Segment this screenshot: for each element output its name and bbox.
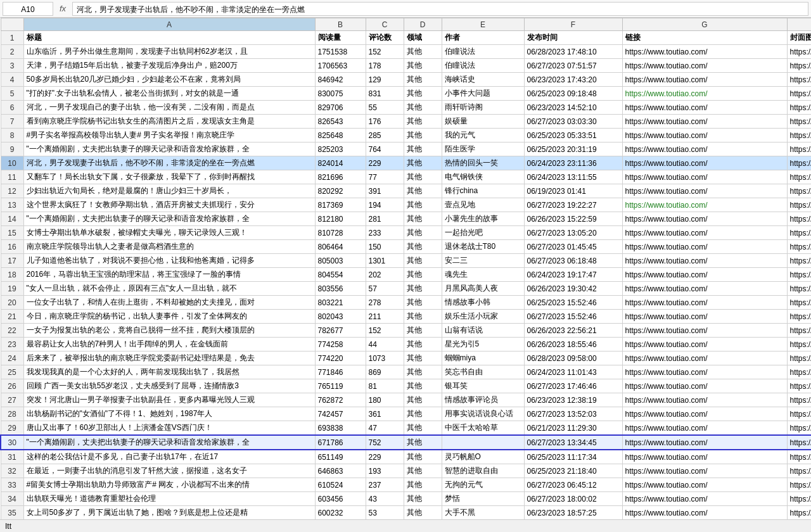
cell-9-6[interactable]: https://www.toutiao.com/ — [622, 142, 787, 156]
cell-34-6[interactable]: https://www.toutiao.com/ — [622, 492, 787, 506]
cell-17-5[interactable]: 06/27/2023 06:18:48 — [524, 254, 622, 268]
cell-6-4[interactable]: 雨轩听诗阁 — [442, 101, 524, 115]
cell-27-5[interactable]: 06/23/2023 12:38:19 — [524, 393, 622, 407]
cell-25-2[interactable]: 869 — [366, 365, 404, 379]
cell-2-5[interactable]: 06/28/2023 17:48:10 — [524, 45, 622, 59]
cell-33-7[interactable]: https://p3.to — [787, 478, 811, 492]
cell-35-0[interactable]: 女上司50多岁了，男下属近出轨了她，图啥？到底是想上位还是精 — [23, 506, 315, 520]
cell-29-2[interactable]: 47 — [366, 421, 404, 436]
table-row[interactable]: 15女博士孕期出轨单水破裂，被绿帽丈夫曝光，聊天记录毁人三观！810728233… — [1, 226, 811, 240]
cell-32-5[interactable]: 06/25/2023 21:18:40 — [524, 464, 622, 478]
cell-4-0[interactable]: 50多岁局长出轨20几岁已婚少妇，少妇趁老公不在家，竟将刘局 — [23, 73, 315, 87]
cell-25-7[interactable]: https://p3.to — [787, 365, 811, 379]
cell-14-4[interactable]: 小薯先生的故事 — [442, 212, 524, 226]
col-header-d[interactable]: D — [404, 18, 442, 31]
table-row[interactable]: 3天津，男子结婚15年后出轨，被妻子发现后净身出户，赔200万170656317… — [1, 59, 811, 73]
cell-21-5[interactable]: 06/27/2023 15:52:46 — [524, 310, 622, 324]
table-row[interactable]: 11又翻车了！局长出轨女下属，女子很豪放，我晕下了，你到时再醒找82169677… — [1, 170, 811, 184]
cell-4-6[interactable]: https://www.toutiao.com/ — [622, 73, 787, 87]
cell-6-6[interactable]: https://www.toutiao.com/ — [622, 101, 787, 115]
cell-8-6[interactable]: https://www.toutiao.com/ — [622, 129, 787, 142]
cell-15-7[interactable]: https://p3.to — [787, 226, 811, 240]
cell-11-4[interactable]: 电气钢铁侠 — [442, 170, 524, 184]
cell-17-7[interactable]: https://p3.to — [787, 254, 811, 268]
cell-10-1[interactable]: 824014 — [315, 156, 366, 170]
cell-24-6[interactable]: https://www.toutiao.com/ — [622, 352, 787, 365]
cell-22-1[interactable]: 782677 — [315, 324, 366, 338]
cell-32-4[interactable]: 智慧的进取自由 — [442, 464, 524, 478]
cell-9-0[interactable]: "一个离婚闹剧，丈夫把出轨妻子的聊天记录和语音发给家族群，全 — [23, 142, 315, 156]
col-header-h[interactable]: H — [787, 18, 811, 31]
table-row[interactable]: 19"女人一旦出轨，就不会停止，原因有三点"女人一旦出轨，就不80355657其… — [1, 282, 811, 296]
cell-35-2[interactable]: 53 — [366, 506, 404, 520]
cell-4-3[interactable]: 其他 — [404, 73, 442, 87]
cell-9-3[interactable]: 其他 — [404, 142, 442, 156]
cell-3-3[interactable]: 其他 — [404, 59, 442, 73]
cell-15-6[interactable]: https://www.toutiao.com/ — [622, 226, 787, 240]
cell-22-0[interactable]: 一女子为报复出轨的老公，竟将自己脱得一丝不挂，爬到大楼顶层的 — [23, 324, 315, 338]
cell-4-1[interactable]: 846942 — [315, 73, 366, 87]
cell-30-7[interactable]: https://p3.to — [787, 435, 811, 450]
cell-4-7[interactable]: https://p3.to — [787, 73, 811, 87]
cell-26-7[interactable]: https://p3.to — [787, 379, 811, 393]
table-row[interactable]: 7看到南京晓庄学院杨书记出轨女生的高清图片之后，发现该女主角是826543176… — [1, 115, 811, 129]
cell-16-6[interactable]: https://www.toutiao.com/ — [622, 240, 787, 254]
cell-11-2[interactable]: 77 — [366, 170, 404, 184]
cell-12-0[interactable]: 少妇出轨近六旬局长，绝对是最腐的！唐山少妇三十岁局长， — [23, 184, 315, 198]
cell-32-1[interactable]: 646863 — [315, 464, 366, 478]
cell-17-1[interactable]: 805003 — [315, 254, 366, 268]
formula-input[interactable]: 河北，男子发现妻子出轨后，他不吵不闹，非常淡定的坐在一旁点燃 — [72, 2, 808, 16]
cell-26-5[interactable]: 06/27/2023 17:46:46 — [524, 379, 622, 393]
cell-29-6[interactable]: https://www.toutiao.com/ — [622, 421, 787, 436]
cell-20-3[interactable]: 其他 — [404, 296, 442, 310]
cell-21-1[interactable]: 802043 — [315, 310, 366, 324]
table-row[interactable]: 17儿子知道他爸出轨了，对我说不要担心他，让我和他爸离婚，记得多80500313… — [1, 254, 811, 268]
cell-19-5[interactable]: 06/26/2023 19:30:42 — [524, 282, 622, 296]
table-row[interactable]: 9"一个离婚闹剧，丈夫把出轨妻子的聊天记录和语音发给家族群，全825203764… — [1, 142, 811, 156]
cell-18-1[interactable]: 804554 — [315, 268, 366, 282]
table-row[interactable]: 34出轨联天曝光！道德教育重塑社会伦理60345643其他梦恬06/27/202… — [1, 492, 811, 506]
cell-13-2[interactable]: 194 — [366, 198, 404, 212]
cell-27-2[interactable]: 180 — [366, 393, 404, 407]
cell-31-3[interactable]: 其他 — [404, 450, 442, 464]
cell-26-3[interactable]: 其他 — [404, 379, 442, 393]
cell-28-1[interactable]: 742457 — [315, 407, 366, 421]
cell-27-7[interactable]: https://p3.to — [787, 393, 811, 407]
cell-8-5[interactable]: 06/25/2023 05:33:51 — [524, 129, 622, 142]
cell-3-5[interactable]: 06/27/2023 07:51:57 — [524, 59, 622, 73]
cell-3-7[interactable]: https://p3.to — [787, 59, 811, 73]
cell-34-4[interactable]: 梦恬 — [442, 492, 524, 506]
cell-26-2[interactable]: 81 — [366, 379, 404, 393]
cell-19-6[interactable]: https://www.toutiao.com/ — [622, 282, 787, 296]
cell-24-0[interactable]: 后来来了，被举报出轨的南京晓庄学院党委副书记处理结果是，免去 — [23, 352, 315, 365]
cell-3-4[interactable]: 伯瞳说法 — [442, 59, 524, 73]
cell-15-3[interactable]: 其他 — [404, 226, 442, 240]
cell-13-1[interactable]: 817369 — [315, 198, 366, 212]
cell-5-3[interactable]: 其他 — [404, 87, 442, 101]
cell-22-4[interactable]: 山翁有话说 — [442, 324, 524, 338]
cell-19-3[interactable]: 其他 — [404, 282, 442, 296]
cell-17-4[interactable]: 安二三 — [442, 254, 524, 268]
cell-30-2[interactable]: 752 — [366, 435, 404, 450]
cell-25-0[interactable]: 我发现我真的是一个心太好的人，两年前发现我出轨了，我居然 — [23, 365, 315, 379]
table-row[interactable]: 450多岁局长出轨20几岁已婚少妇，少妇趁老公不在家，竟将刘局846942129… — [1, 73, 811, 87]
cell-18-4[interactable]: 魂先生 — [442, 268, 524, 282]
cell-3-6[interactable]: https://www.toutiao.com/ — [622, 59, 787, 73]
cell-6-1[interactable]: 829706 — [315, 101, 366, 115]
col-header-f[interactable]: F — [524, 18, 622, 31]
cell-10-5[interactable]: 06/24/2023 23:11:36 — [524, 156, 622, 170]
cell-28-4[interactable]: 用事实说话说良心话 — [442, 407, 524, 421]
cell-2-1[interactable]: 1751538 — [315, 45, 366, 59]
col-header-a[interactable]: A — [23, 18, 315, 31]
cell-13-0[interactable]: 这个世界太疯狂了！女教师孕期出轨，酒店开房被丈夫抓现行，安分 — [23, 198, 315, 212]
cell-6-7[interactable]: https://p3.to — [787, 101, 811, 115]
cell-7-2[interactable]: 176 — [366, 115, 404, 129]
cell-26-4[interactable]: 银耳笑 — [442, 379, 524, 393]
table-row[interactable]: 12少妇出轨近六旬局长，绝对是最腐的！唐山少妇三十岁局长，820292391其他… — [1, 184, 811, 198]
cell-22-7[interactable]: https://p3.to — [787, 324, 811, 338]
cell-12-5[interactable]: 06/19/2023 01:41 — [524, 184, 622, 198]
cell-19-4[interactable]: 月黑风高美人夜 — [442, 282, 524, 296]
cell-1-3[interactable]: 领域 — [404, 31, 442, 45]
cell-23-5[interactable]: 06/26/2023 18:55:46 — [524, 338, 622, 352]
cell-3-0[interactable]: 天津，男子结婚15年后出轨，被妻子发现后净身出户，赔200万 — [23, 59, 315, 73]
